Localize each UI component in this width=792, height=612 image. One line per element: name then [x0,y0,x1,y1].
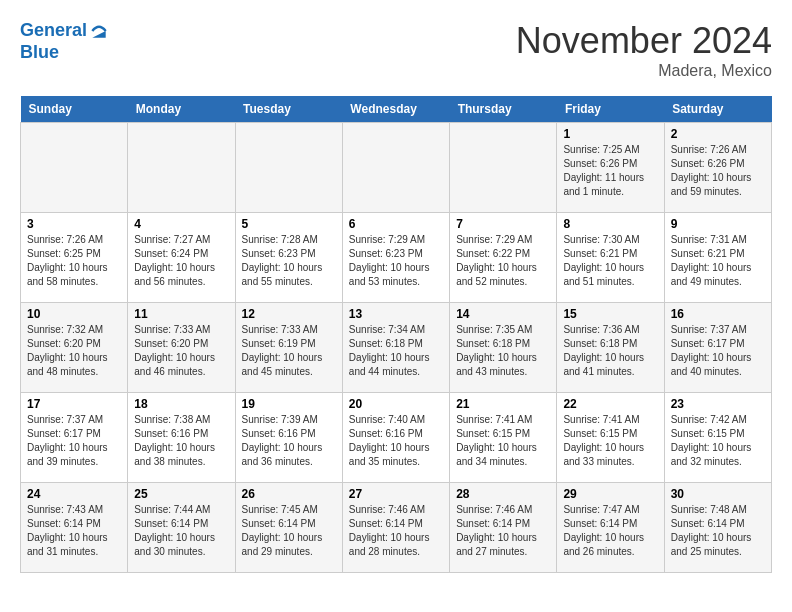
day-info: Sunrise: 7:42 AM Sunset: 6:15 PM Dayligh… [671,413,765,469]
day-cell: 16Sunrise: 7:37 AM Sunset: 6:17 PM Dayli… [664,303,771,393]
day-info: Sunrise: 7:46 AM Sunset: 6:14 PM Dayligh… [456,503,550,559]
day-number: 15 [563,307,657,321]
day-info: Sunrise: 7:36 AM Sunset: 6:18 PM Dayligh… [563,323,657,379]
header-sunday: Sunday [21,96,128,123]
day-cell: 29Sunrise: 7:47 AM Sunset: 6:14 PM Dayli… [557,483,664,573]
day-info: Sunrise: 7:34 AM Sunset: 6:18 PM Dayligh… [349,323,443,379]
day-info: Sunrise: 7:29 AM Sunset: 6:22 PM Dayligh… [456,233,550,289]
day-number: 16 [671,307,765,321]
day-info: Sunrise: 7:40 AM Sunset: 6:16 PM Dayligh… [349,413,443,469]
location: Madera, Mexico [516,62,772,80]
header-wednesday: Wednesday [342,96,449,123]
day-number: 3 [27,217,121,231]
day-info: Sunrise: 7:48 AM Sunset: 6:14 PM Dayligh… [671,503,765,559]
day-cell: 19Sunrise: 7:39 AM Sunset: 6:16 PM Dayli… [235,393,342,483]
page-header: General Blue November 2024 Madera, Mexic… [20,20,772,80]
day-cell: 28Sunrise: 7:46 AM Sunset: 6:14 PM Dayli… [450,483,557,573]
day-info: Sunrise: 7:41 AM Sunset: 6:15 PM Dayligh… [563,413,657,469]
day-info: Sunrise: 7:26 AM Sunset: 6:26 PM Dayligh… [671,143,765,199]
day-cell [21,123,128,213]
day-number: 6 [349,217,443,231]
day-number: 7 [456,217,550,231]
day-cell: 5Sunrise: 7:28 AM Sunset: 6:23 PM Daylig… [235,213,342,303]
day-cell: 21Sunrise: 7:41 AM Sunset: 6:15 PM Dayli… [450,393,557,483]
day-number: 14 [456,307,550,321]
month-title: November 2024 [516,20,772,62]
day-number: 22 [563,397,657,411]
day-number: 23 [671,397,765,411]
header-monday: Monday [128,96,235,123]
week-row-4: 17Sunrise: 7:37 AM Sunset: 6:17 PM Dayli… [21,393,772,483]
day-cell: 25Sunrise: 7:44 AM Sunset: 6:14 PM Dayli… [128,483,235,573]
day-cell: 6Sunrise: 7:29 AM Sunset: 6:23 PM Daylig… [342,213,449,303]
day-info: Sunrise: 7:27 AM Sunset: 6:24 PM Dayligh… [134,233,228,289]
day-info: Sunrise: 7:35 AM Sunset: 6:18 PM Dayligh… [456,323,550,379]
day-number: 13 [349,307,443,321]
day-cell: 1Sunrise: 7:25 AM Sunset: 6:26 PM Daylig… [557,123,664,213]
day-cell: 2Sunrise: 7:26 AM Sunset: 6:26 PM Daylig… [664,123,771,213]
header-tuesday: Tuesday [235,96,342,123]
day-number: 1 [563,127,657,141]
day-cell: 9Sunrise: 7:31 AM Sunset: 6:21 PM Daylig… [664,213,771,303]
day-number: 30 [671,487,765,501]
day-number: 29 [563,487,657,501]
day-cell: 14Sunrise: 7:35 AM Sunset: 6:18 PM Dayli… [450,303,557,393]
week-row-2: 3Sunrise: 7:26 AM Sunset: 6:25 PM Daylig… [21,213,772,303]
day-info: Sunrise: 7:47 AM Sunset: 6:14 PM Dayligh… [563,503,657,559]
header-saturday: Saturday [664,96,771,123]
day-cell: 17Sunrise: 7:37 AM Sunset: 6:17 PM Dayli… [21,393,128,483]
day-info: Sunrise: 7:38 AM Sunset: 6:16 PM Dayligh… [134,413,228,469]
logo: General Blue [20,20,109,63]
day-info: Sunrise: 7:41 AM Sunset: 6:15 PM Dayligh… [456,413,550,469]
day-number: 2 [671,127,765,141]
day-number: 18 [134,397,228,411]
day-cell [450,123,557,213]
day-cell: 24Sunrise: 7:43 AM Sunset: 6:14 PM Dayli… [21,483,128,573]
day-info: Sunrise: 7:26 AM Sunset: 6:25 PM Dayligh… [27,233,121,289]
day-number: 17 [27,397,121,411]
day-info: Sunrise: 7:31 AM Sunset: 6:21 PM Dayligh… [671,233,765,289]
day-cell: 22Sunrise: 7:41 AM Sunset: 6:15 PM Dayli… [557,393,664,483]
day-info: Sunrise: 7:28 AM Sunset: 6:23 PM Dayligh… [242,233,336,289]
day-cell: 30Sunrise: 7:48 AM Sunset: 6:14 PM Dayli… [664,483,771,573]
day-number: 25 [134,487,228,501]
day-number: 26 [242,487,336,501]
week-row-5: 24Sunrise: 7:43 AM Sunset: 6:14 PM Dayli… [21,483,772,573]
day-number: 19 [242,397,336,411]
day-number: 20 [349,397,443,411]
day-cell [128,123,235,213]
day-info: Sunrise: 7:37 AM Sunset: 6:17 PM Dayligh… [671,323,765,379]
day-info: Sunrise: 7:44 AM Sunset: 6:14 PM Dayligh… [134,503,228,559]
day-info: Sunrise: 7:45 AM Sunset: 6:14 PM Dayligh… [242,503,336,559]
day-number: 21 [456,397,550,411]
day-number: 11 [134,307,228,321]
day-info: Sunrise: 7:37 AM Sunset: 6:17 PM Dayligh… [27,413,121,469]
day-info: Sunrise: 7:33 AM Sunset: 6:20 PM Dayligh… [134,323,228,379]
day-number: 10 [27,307,121,321]
title-block: November 2024 Madera, Mexico [516,20,772,80]
calendar-table: SundayMondayTuesdayWednesdayThursdayFrid… [20,96,772,573]
day-cell: 8Sunrise: 7:30 AM Sunset: 6:21 PM Daylig… [557,213,664,303]
day-cell: 27Sunrise: 7:46 AM Sunset: 6:14 PM Dayli… [342,483,449,573]
day-info: Sunrise: 7:30 AM Sunset: 6:21 PM Dayligh… [563,233,657,289]
day-cell: 15Sunrise: 7:36 AM Sunset: 6:18 PM Dayli… [557,303,664,393]
day-cell [342,123,449,213]
day-info: Sunrise: 7:25 AM Sunset: 6:26 PM Dayligh… [563,143,657,199]
day-info: Sunrise: 7:29 AM Sunset: 6:23 PM Dayligh… [349,233,443,289]
day-number: 12 [242,307,336,321]
day-number: 28 [456,487,550,501]
day-cell: 11Sunrise: 7:33 AM Sunset: 6:20 PM Dayli… [128,303,235,393]
day-cell: 26Sunrise: 7:45 AM Sunset: 6:14 PM Dayli… [235,483,342,573]
day-info: Sunrise: 7:43 AM Sunset: 6:14 PM Dayligh… [27,503,121,559]
calendar-header: SundayMondayTuesdayWednesdayThursdayFrid… [21,96,772,123]
day-info: Sunrise: 7:32 AM Sunset: 6:20 PM Dayligh… [27,323,121,379]
day-info: Sunrise: 7:39 AM Sunset: 6:16 PM Dayligh… [242,413,336,469]
header-thursday: Thursday [450,96,557,123]
day-cell: 10Sunrise: 7:32 AM Sunset: 6:20 PM Dayli… [21,303,128,393]
day-cell: 13Sunrise: 7:34 AM Sunset: 6:18 PM Dayli… [342,303,449,393]
week-row-3: 10Sunrise: 7:32 AM Sunset: 6:20 PM Dayli… [21,303,772,393]
day-cell: 18Sunrise: 7:38 AM Sunset: 6:16 PM Dayli… [128,393,235,483]
day-number: 9 [671,217,765,231]
day-cell: 3Sunrise: 7:26 AM Sunset: 6:25 PM Daylig… [21,213,128,303]
day-number: 8 [563,217,657,231]
